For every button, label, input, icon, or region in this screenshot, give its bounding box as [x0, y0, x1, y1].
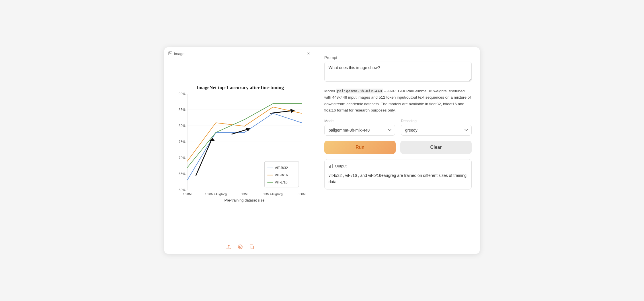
decoding-selector-group: Decoding greedy beam_search sampling: [401, 119, 472, 136]
svg-rect-41: [330, 165, 331, 168]
svg-point-38: [239, 246, 241, 248]
bottom-icons: [164, 240, 316, 254]
svg-rect-0: [169, 52, 172, 55]
svg-text:1.28M+AugReg: 1.28M+AugReg: [205, 192, 227, 196]
svg-rect-42: [332, 164, 333, 168]
decoding-selector-label: Decoding: [401, 119, 472, 123]
model-code: paligemma-3b-mix-448: [336, 89, 383, 93]
output-icon: [329, 163, 333, 169]
left-header: Image ×: [164, 47, 316, 60]
prompt-label: Prompt: [324, 55, 472, 60]
svg-text:Pre-training dataset size: Pre-training dataset size: [225, 198, 265, 202]
main-container: Image × ImageNet top-1 accuracy after fi…: [164, 47, 480, 254]
svg-text:1.28M: 1.28M: [183, 192, 192, 196]
svg-point-37: [238, 245, 242, 249]
svg-text:13M: 13M: [241, 192, 247, 196]
image-label: Image: [174, 52, 184, 56]
decoding-select[interactable]: greedy beam_search sampling: [401, 125, 472, 136]
upload-button[interactable]: [226, 244, 232, 250]
right-panel: Prompt What does this image show? Model …: [316, 47, 480, 254]
chart-svg: ImageNet top-1 accuracy after fine-tunin…: [170, 75, 310, 224]
model-selector-group: Model paligemma-3b-mix-448 paligemma-3b-…: [324, 119, 395, 136]
chart-area: ImageNet top-1 accuracy after fine-tunin…: [164, 60, 316, 240]
svg-rect-39: [251, 246, 253, 249]
left-panel: Image × ImageNet top-1 accuracy after fi…: [164, 47, 316, 254]
output-section: Output vit-b/32 , vit-l/16 , and vit-b/1…: [324, 159, 472, 189]
model-desc-prefix: Model: [324, 89, 336, 93]
svg-text:ViT-B/32: ViT-B/32: [275, 166, 288, 170]
svg-text:85%: 85%: [179, 108, 186, 112]
image-icon: [168, 51, 172, 56]
output-label-row: Output: [329, 163, 467, 169]
prompt-textarea[interactable]: What does this image show?: [324, 62, 472, 82]
chart-container: ImageNet top-1 accuracy after fine-tunin…: [170, 75, 310, 224]
selectors-row: Model paligemma-3b-mix-448 paligemma-3b-…: [324, 119, 472, 136]
svg-point-1: [169, 52, 170, 53]
copy-button[interactable]: [249, 244, 255, 250]
run-button[interactable]: Run: [324, 141, 396, 154]
svg-marker-29: [290, 109, 294, 113]
svg-text:ViT-B/16: ViT-B/16: [275, 173, 288, 177]
image-tab: Image: [168, 51, 184, 56]
svg-text:90%: 90%: [179, 92, 186, 96]
output-text: vit-b/32 , vit-l/16 , and vit-b/16+augre…: [329, 172, 467, 185]
svg-text:ViT-L/16: ViT-L/16: [275, 180, 288, 184]
prompt-section: Prompt What does this image show?: [324, 55, 472, 83]
svg-text:65%: 65%: [179, 172, 186, 176]
svg-text:70%: 70%: [179, 156, 186, 160]
svg-text:60%: 60%: [179, 188, 186, 192]
svg-text:13M+AugReg: 13M+AugReg: [264, 192, 283, 196]
close-button[interactable]: ×: [305, 50, 312, 57]
svg-line-24: [196, 138, 212, 176]
model-select[interactable]: paligemma-3b-mix-448 paligemma-3b-mix-22…: [324, 125, 395, 136]
svg-text:80%: 80%: [179, 124, 186, 128]
svg-text:300M: 300M: [298, 192, 305, 196]
svg-rect-40: [329, 166, 330, 168]
svg-text:75%: 75%: [179, 140, 186, 144]
clear-button[interactable]: Clear: [400, 141, 472, 154]
circle-button[interactable]: [237, 244, 243, 250]
model-selector-label: Model: [324, 119, 395, 123]
model-description: Model paligemma-3b-mix-448 – JAX/FLAX Pa…: [324, 88, 472, 114]
buttons-row: Run Clear: [324, 141, 472, 154]
output-label: Output: [335, 164, 347, 168]
svg-text:ImageNet top-1 accuracy after : ImageNet top-1 accuracy after fine-tunin…: [196, 85, 284, 90]
